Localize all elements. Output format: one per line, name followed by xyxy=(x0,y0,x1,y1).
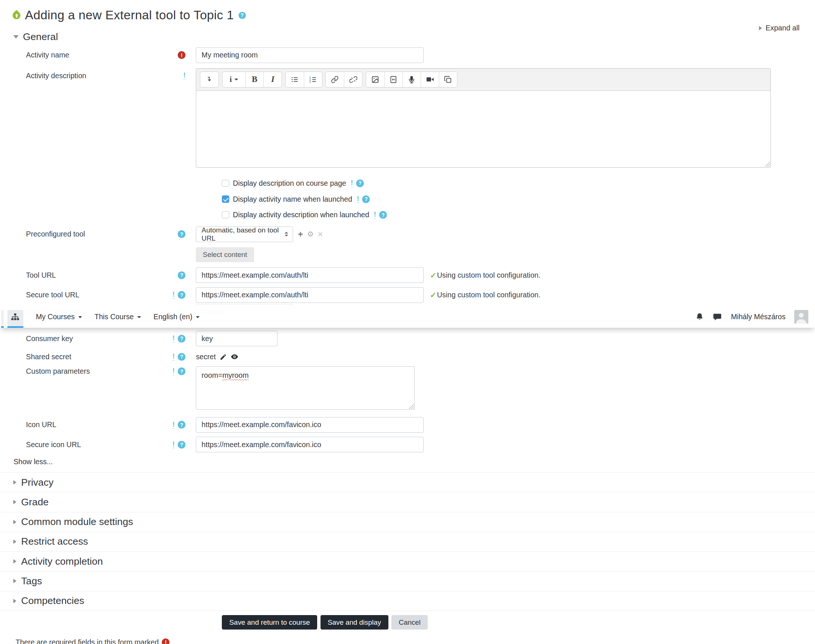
video-camera-icon xyxy=(426,75,434,83)
collapse-arrow-icon xyxy=(206,76,213,83)
secure-tool-url-input[interactable] xyxy=(196,287,424,303)
help-icon[interactable]: ? xyxy=(178,441,186,449)
resize-handle[interactable] xyxy=(408,402,414,409)
nav-menu-my-courses[interactable]: My Courses xyxy=(36,313,82,321)
help-icon[interactable]: ? xyxy=(178,291,186,299)
help-icon[interactable]: ? xyxy=(178,230,186,238)
required-fields-note: There are required fields in this form m… xyxy=(15,638,815,644)
misspelled-word: myroom xyxy=(222,371,249,379)
help-icon[interactable]: ? xyxy=(178,353,186,361)
show-secret-eye-icon[interactable] xyxy=(231,353,238,361)
help-icon[interactable]: ? xyxy=(178,335,186,343)
tool-url-status: ✓ Using custom tool configuration. xyxy=(430,267,540,283)
activity-name-input[interactable] xyxy=(196,48,424,63)
help-icon[interactable]: ? xyxy=(178,421,186,429)
add-tool-icon[interactable]: + xyxy=(298,230,303,239)
section-header-competencies[interactable]: Competencies xyxy=(0,591,815,611)
messages-icon[interactable] xyxy=(713,312,722,322)
section-header-activity-completion[interactable]: Activity completion xyxy=(0,552,815,571)
record-video-button[interactable] xyxy=(421,72,439,87)
link-button[interactable] xyxy=(326,72,344,87)
edit-tool-gear-icon[interactable]: ⚙ xyxy=(307,231,314,238)
icon-url-input[interactable] xyxy=(196,417,424,433)
field-secure-icon-url: Secure icon URL ! ? xyxy=(0,437,815,452)
shared-secret-value: secret xyxy=(196,353,215,361)
unlink-button[interactable] xyxy=(344,72,362,87)
nav-menu-language[interactable]: English (en) xyxy=(154,313,200,321)
help-icon[interactable]: ? xyxy=(379,211,387,219)
tool-url-label: Tool URL xyxy=(26,271,56,279)
section-header-general[interactable]: General xyxy=(0,30,815,44)
insert-media-button[interactable] xyxy=(384,72,403,87)
display-description-checkbox[interactable] xyxy=(222,180,229,187)
custom-parameters-textarea[interactable]: room=myroom xyxy=(196,366,415,410)
section-title: Common module settings xyxy=(21,516,133,527)
checkbox-label: Display activity description when launch… xyxy=(233,211,369,219)
section-header-grade[interactable]: Grade xyxy=(0,492,815,512)
section-title: Activity completion xyxy=(21,556,103,567)
paragraph-style-button[interactable]: i xyxy=(223,72,246,87)
advanced-icon: ! xyxy=(172,353,175,361)
save-and-return-button[interactable]: Save and return to course xyxy=(222,615,317,630)
advanced-icon: ! xyxy=(183,72,186,80)
help-icon[interactable]: ? xyxy=(178,367,186,375)
page-title: Adding a new External tool to Topic 1 xyxy=(25,8,234,22)
consumer-key-input[interactable] xyxy=(196,331,277,346)
triangle-down-icon xyxy=(13,35,18,38)
record-audio-button[interactable] xyxy=(403,72,421,87)
section-header-privacy[interactable]: Privacy xyxy=(0,473,815,492)
insert-image-button[interactable] xyxy=(366,72,384,87)
notifications-bell-icon[interactable] xyxy=(695,313,704,322)
help-icon[interactable]: ? xyxy=(362,195,370,203)
edit-pencil-icon[interactable] xyxy=(220,353,227,361)
user-name[interactable]: Mihály Mészáros xyxy=(731,313,785,321)
advanced-icon: ! xyxy=(357,195,359,203)
site-home-tab[interactable] xyxy=(8,310,23,328)
delete-tool-icon: × xyxy=(318,230,323,238)
required-note-period: . xyxy=(173,638,175,644)
field-custom-parameters: Custom parameters ! ? room=myroom xyxy=(0,366,815,410)
select-content-button[interactable]: Select content xyxy=(196,247,254,262)
collapsed-sections: Privacy Grade Common module settings Res… xyxy=(0,472,815,611)
show-less-link[interactable]: Show less... xyxy=(13,457,815,472)
avatar[interactable] xyxy=(794,310,808,324)
ordered-list-button[interactable]: 123 xyxy=(304,72,322,87)
nav-tab-partial xyxy=(1,310,4,328)
cancel-button[interactable]: Cancel xyxy=(391,615,428,630)
display-activity-description-checkbox[interactable] xyxy=(222,211,229,219)
save-and-display-button[interactable]: Save and display xyxy=(320,615,388,630)
manage-files-button[interactable] xyxy=(439,72,457,87)
display-activity-name-checkbox[interactable] xyxy=(222,195,229,203)
description-editor-content[interactable] xyxy=(196,91,770,167)
advanced-icon: ! xyxy=(351,179,353,187)
expand-all-link[interactable]: Expand all xyxy=(759,24,800,32)
field-consumer-key: Consumer key ! ? xyxy=(0,331,815,346)
advanced-icon: ! xyxy=(172,441,175,449)
bold-button[interactable]: B xyxy=(245,72,263,87)
navbar: My Courses This Course English (en) Mihá… xyxy=(0,306,815,328)
unordered-list-icon xyxy=(291,76,298,83)
select-arrows-icon xyxy=(284,232,288,236)
collapse-toolbar-button[interactable] xyxy=(200,72,218,87)
activity-name-label: Activity name xyxy=(26,51,69,59)
section-header-tags[interactable]: Tags xyxy=(0,571,815,591)
help-icon[interactable]: ? xyxy=(238,12,246,19)
editor-toolbar: i B I xyxy=(196,69,770,91)
advanced-icon: ! xyxy=(172,291,175,299)
selected-option: Automatic, based on tool URL xyxy=(201,226,284,242)
nav-menu-this-course[interactable]: This Course xyxy=(95,313,141,321)
unordered-list-button[interactable] xyxy=(286,72,304,87)
form-actions: Save and return to course Save and displ… xyxy=(222,615,815,630)
preconfigured-tool-select[interactable]: Automatic, based on tool URL xyxy=(196,227,293,242)
help-icon[interactable]: ? xyxy=(178,271,186,279)
resize-handle[interactable] xyxy=(763,160,770,167)
secure-icon-url-input[interactable] xyxy=(196,437,424,452)
section-header-common-module-settings[interactable]: Common module settings xyxy=(0,512,815,532)
triangle-right-icon xyxy=(759,26,762,31)
expand-all-label: Expand all xyxy=(766,24,800,32)
checkbox-row-display-activity-name: Display activity name when launched ! ? xyxy=(222,195,815,204)
help-icon[interactable]: ? xyxy=(356,179,364,187)
italic-button[interactable]: I xyxy=(263,72,281,87)
tool-url-input[interactable] xyxy=(196,267,424,283)
section-header-restrict-access[interactable]: Restrict access xyxy=(0,532,815,552)
